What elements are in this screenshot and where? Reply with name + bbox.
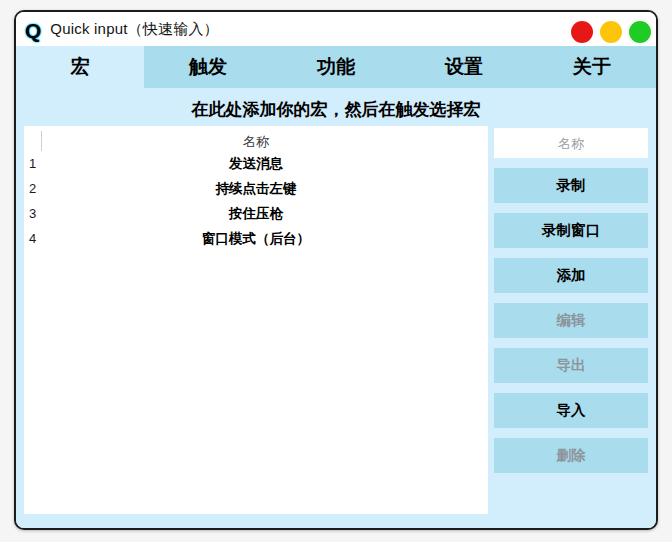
app-logo-icon: Q [25, 20, 41, 41]
add-button[interactable]: 添加 [494, 258, 648, 293]
import-button[interactable]: 导入 [494, 393, 648, 428]
window-title: Quick input（快速输入） [50, 20, 218, 39]
row-index: 3 [29, 201, 36, 226]
minimize-button[interactable] [600, 21, 622, 43]
macro-name-input[interactable] [494, 128, 648, 158]
close-button[interactable] [571, 21, 593, 43]
tab-about[interactable]: 关于 [528, 46, 656, 88]
tab-trigger[interactable]: 触发 [144, 46, 272, 88]
export-button[interactable]: 导出 [494, 348, 648, 383]
row-index: 2 [29, 176, 36, 201]
macro-main: 名称 1 发送消息 2 持续点击左键 3 按住压枪 4 窗口模式（后台） [16, 126, 656, 514]
column-divider [41, 131, 42, 151]
app-window: Q Quick input（快速输入） 宏 触发 功能 设置 关于 在此处添加你… [14, 10, 658, 530]
macro-row[interactable]: 2 持续点击左键 [24, 176, 488, 201]
tab-settings[interactable]: 设置 [400, 46, 528, 88]
column-header-name: 名称 [243, 134, 269, 149]
macro-row[interactable]: 4 窗口模式（后台） [24, 226, 488, 251]
macro-sidebar: 录制 录制窗口 添加 编辑 导出 导入 删除 [494, 126, 648, 514]
window-controls [571, 21, 651, 43]
macro-row[interactable]: 3 按住压枪 [24, 201, 488, 226]
macro-name: 窗口模式（后台） [202, 231, 310, 246]
macro-name: 持续点击左键 [216, 181, 297, 196]
title-bar[interactable]: Q Quick input（快速输入） [16, 12, 656, 46]
row-index: 4 [29, 226, 36, 251]
tab-macro[interactable]: 宏 [16, 46, 144, 88]
tab-function[interactable]: 功能 [272, 46, 400, 88]
macro-list[interactable]: 名称 1 发送消息 2 持续点击左键 3 按住压枪 4 窗口模式（后台） [24, 126, 488, 514]
macro-name: 按住压枪 [229, 206, 283, 221]
record-window-button[interactable]: 录制窗口 [494, 213, 648, 248]
macro-page: 在此处添加你的宏，然后在触发选择宏 名称 1 发送消息 2 持续点击左键 3 按… [16, 88, 656, 528]
row-index: 1 [29, 151, 36, 176]
delete-button[interactable]: 删除 [494, 438, 648, 473]
record-button[interactable]: 录制 [494, 168, 648, 203]
maximize-button[interactable] [629, 21, 651, 43]
macro-hint-text: 在此处添加你的宏，然后在触发选择宏 [16, 88, 656, 126]
macro-name: 发送消息 [229, 156, 283, 171]
list-header: 名称 [24, 126, 488, 151]
macro-row[interactable]: 1 发送消息 [24, 151, 488, 176]
edit-button[interactable]: 编辑 [494, 303, 648, 338]
tab-bar: 宏 触发 功能 设置 关于 [16, 46, 656, 88]
